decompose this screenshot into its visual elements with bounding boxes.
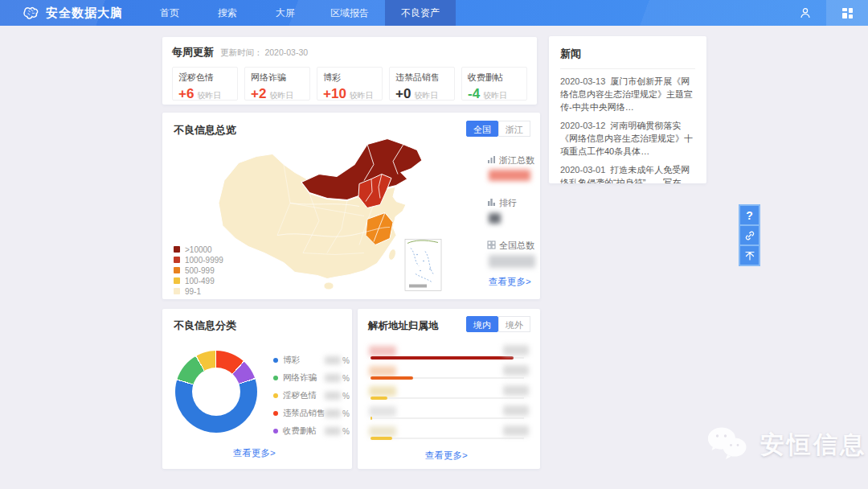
nav-right-actions <box>784 0 868 26</box>
user-icon[interactable] <box>784 0 826 26</box>
bar-label-redacted <box>369 406 396 417</box>
rank-value-redacted <box>489 213 501 224</box>
rank-icon <box>487 198 496 208</box>
overview-more-link[interactable]: 查看更多> <box>489 276 531 288</box>
address-origin-panel: 解析地址归属地 境内 境外 查看更多> <box>358 309 540 469</box>
nav-item-home[interactable]: 首页 <box>141 0 199 26</box>
bar-row <box>369 384 529 405</box>
bar-track <box>371 438 524 439</box>
bar-row <box>369 344 529 364</box>
nav-item-bigscreen[interactable]: 大屏 <box>256 0 314 26</box>
horizontal-bar-chart[interactable] <box>369 344 529 445</box>
bar-value-redacted <box>503 345 529 355</box>
legend-swatch <box>174 267 180 273</box>
classify-title: 不良信息分类 <box>174 318 236 333</box>
bar-fill <box>371 417 372 420</box>
weekly-card-porn[interactable]: 淫秽色情 +6较昨日 <box>172 67 238 101</box>
nav-menu: 首页 搜索 大屏 区域报告 不良资产 <box>141 0 456 26</box>
delta-value: +2 <box>251 86 266 102</box>
bar-row <box>369 425 529 445</box>
bar-track <box>371 357 524 359</box>
news-item[interactable]: 2020-03-13厦门市创新开展《网络信息内容生态治理规定》主题宣传-中共中央… <box>560 76 695 114</box>
news-date: 2020-03-01 <box>560 165 605 175</box>
toggle-zhejiang[interactable]: 浙江 <box>498 121 530 137</box>
bar-label-redacted <box>369 426 396 437</box>
legend-swatch <box>174 277 180 284</box>
legend-dot <box>273 358 278 363</box>
news-item[interactable]: 2020-03-01打造未成年人免受网络乱象侵袭的“护身符”——写在《网络信息内… <box>560 164 695 183</box>
weekly-update-panel: 每周更新 更新时间： 2020-03-30 淫秽色情 +6较昨日 网络诈骗 +2… <box>162 37 537 105</box>
weekly-card-paid-deletion[interactable]: 收费删帖 -4较昨日 <box>461 67 527 101</box>
bar-row <box>369 364 529 384</box>
brand-name: 安全数据大脑 <box>46 6 123 21</box>
bar-fill <box>371 356 514 360</box>
zhejiang-total-label: 浙江总数 <box>487 154 535 166</box>
delta-value: +0 <box>395 86 411 102</box>
bar-fill <box>371 437 392 440</box>
question-icon[interactable]: ? <box>739 204 760 226</box>
news-title: 新闻 <box>560 47 581 60</box>
domestic-overseas-toggle: 境内 境外 <box>466 316 530 332</box>
apps-grid-icon[interactable] <box>826 0 868 26</box>
donut-chart[interactable] <box>175 351 257 433</box>
weekly-card-fraud[interactable]: 网络诈骗 +2较昨日 <box>244 67 310 101</box>
weekly-card-gambling[interactable]: 博彩 +10较昨日 <box>317 67 383 101</box>
china-choropleth-map[interactable] <box>207 130 476 295</box>
nav-item-search[interactable]: 搜索 <box>199 0 256 26</box>
legend-dot <box>273 393 278 398</box>
watermark-text: 安恒信息 <box>760 429 866 462</box>
weekly-cards: 淫秽色情 +6较昨日 网络诈骗 +2较昨日 博彩 +10较昨日 违禁品销售 +0… <box>172 67 527 101</box>
bar-value-redacted <box>503 425 529 436</box>
south-sea-inset <box>405 240 441 291</box>
bar-track <box>371 417 524 419</box>
map-legend: >10000 1000-9999 500-999 100-499 99-1 <box>174 244 223 297</box>
delta-value: +6 <box>178 86 194 102</box>
legend-dot <box>273 411 278 416</box>
address-more-link[interactable]: 查看更多> <box>425 450 468 462</box>
weekly-card-contraband[interactable]: 违禁品销售 +0较昨日 <box>389 67 455 101</box>
news-panel: 新闻 2020-03-13厦门市创新开展《网络信息内容生态治理规定》主题宣传-中… <box>549 36 706 183</box>
donut-legend: 博彩% 网络诈骗% 淫秽色情% 违禁品销售% 收费删帖% <box>273 355 350 444</box>
pct-redacted <box>325 427 341 435</box>
legend-swatch <box>174 257 180 263</box>
dashboard-page: 安全数据大脑 首页 搜索 大屏 区域报告 不良资产 每周更新 更新时间： 202… <box>0 0 868 489</box>
brand-logo[interactable]: 安全数据大脑 <box>23 6 123 21</box>
news-item[interactable]: 2020-03-12河南明确贯彻落实《网络信息内容生态治理规定》十项重点工作40… <box>560 120 695 158</box>
overview-stats: 浙江总数 排行 全国总数 <box>487 154 535 271</box>
grid-icon <box>487 240 496 251</box>
bar-track <box>371 397 524 399</box>
legend-dot <box>273 429 278 434</box>
region-toggle: 全国 浙江 <box>466 121 530 137</box>
link-icon[interactable] <box>739 224 760 246</box>
bar-value-redacted <box>503 385 529 396</box>
chart-icon <box>487 155 496 166</box>
weekly-title: 每周更新 <box>172 45 214 60</box>
legend-swatch <box>174 288 180 294</box>
toggle-overseas[interactable]: 境外 <box>498 316 530 332</box>
national-total-label: 全国总数 <box>487 240 535 252</box>
bar-value-redacted <box>503 365 529 376</box>
bar-label-redacted <box>369 366 396 376</box>
top-nav: 安全数据大脑 首页 搜索 大屏 区域报告 不良资产 <box>0 0 868 26</box>
news-list: 2020-03-13厦门市创新开展《网络信息内容生态治理规定》主题宣传-中共中央… <box>560 76 695 183</box>
toggle-domestic[interactable]: 境内 <box>466 316 498 332</box>
back-to-top-icon[interactable] <box>739 244 760 266</box>
pct-redacted <box>325 392 341 400</box>
pct-redacted <box>325 374 341 382</box>
weekly-update-time: 更新时间： 2020-03-30 <box>220 47 308 59</box>
bar-fill <box>371 397 387 400</box>
bad-info-classification-panel: 不良信息分类 博彩% 网络诈骗% 淫秽色情% 违禁品销售% 收费删帖% 查看更多… <box>162 309 352 469</box>
bar-track <box>371 377 524 379</box>
classify-more-link[interactable]: 查看更多> <box>233 447 276 459</box>
legend-swatch <box>174 246 180 253</box>
legend-dot <box>273 376 278 380</box>
national-total-value-redacted <box>489 255 535 268</box>
nav-item-region-report[interactable]: 区域报告 <box>314 0 385 26</box>
news-date: 2020-03-12 <box>560 121 605 130</box>
nav-item-bad-assets[interactable]: 不良资产 <box>385 0 456 26</box>
bar-label-redacted <box>369 346 396 356</box>
delta-value: +10 <box>323 86 346 102</box>
bar-value-redacted <box>503 405 529 416</box>
bad-info-overview-panel: 不良信息总览 全国 浙江 <box>162 113 540 299</box>
watermark: 安恒信息 <box>706 425 866 465</box>
